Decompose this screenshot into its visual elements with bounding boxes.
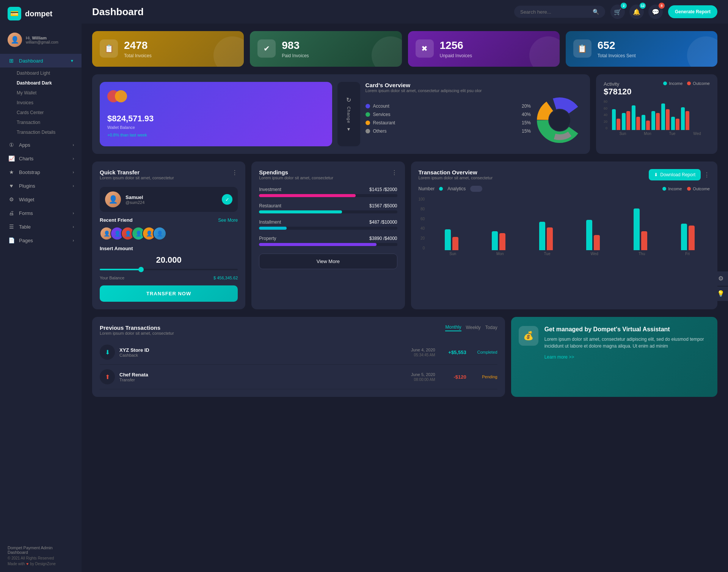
sidebar-item-pages[interactable]: 📄 Pages › (0, 234, 82, 247)
sidebar-item-forms[interactable]: 🖨 Forms › (0, 206, 82, 220)
to-legend: Income Outcome (662, 186, 710, 191)
trans-icon-1: ⬇ (100, 345, 115, 360)
unpaid-invoices-num: 1256 (440, 39, 472, 52)
friend-avatar-6[interactable]: 👤 (153, 227, 166, 240)
contact-row[interactable]: 👤 Samuel @sum224 ✓ (100, 187, 238, 212)
chat-badge: 8 (659, 3, 665, 9)
sidebar-label-forms: Forms (19, 210, 33, 216)
qt-desc: Lorem ipsum dolor sit amet, consectetur (100, 176, 174, 180)
paid-invoices-label: Paid Invoices (282, 53, 309, 58)
sidebar-label-apps: Apps (19, 142, 30, 148)
filter-toggle[interactable] (470, 186, 482, 192)
bootstrap-icon: ★ (8, 169, 15, 175)
avatar: 👤 (8, 33, 22, 47)
spendings-dots-menu[interactable]: ⋮ (391, 169, 397, 176)
sub-invoices[interactable]: Invoices (17, 98, 82, 108)
table-icon: ☰ (8, 224, 15, 230)
copyright: © 2021 All Rights Reserved (8, 556, 74, 560)
previous-transactions-card: Previous Transactions Lorem ipsum dolor … (92, 317, 505, 397)
tab-monthly[interactable]: Monthly (445, 324, 461, 331)
chat-icon-badge[interactable]: 💬 8 (648, 5, 663, 19)
bell-icon-badge[interactable]: 🔔 12 (629, 5, 644, 19)
to-dots-menu[interactable]: ⋮ (704, 171, 710, 179)
made-with-text: Made with (8, 562, 25, 566)
prev-trans-desc: Lorem ipsum dolor sit amet, consectetur (100, 331, 174, 335)
number-label: Number (419, 186, 435, 191)
page-title: Dashboard (92, 6, 144, 18)
search-input[interactable] (520, 9, 590, 15)
virtual-assistant-card: 💰 Get managed by Dompet's Virtual Assist… (511, 317, 717, 397)
sidebar-item-widget[interactable]: ⚙ Widget (0, 193, 82, 206)
transfer-now-button[interactable]: TRANSFER NOW (100, 285, 238, 302)
pages-icon: 📄 (8, 237, 15, 243)
nav-section: ⊞ Dashboard ▼ Dashboard Light Dashboard … (0, 52, 82, 249)
float-settings-button[interactable]: ⚙ (714, 271, 728, 286)
user-name: William (32, 36, 47, 40)
avatars-row: 👤 👤 👤 👤 👤 👤 (100, 227, 238, 240)
tab-weekly[interactable]: Weekly (466, 325, 481, 331)
download-btn-label: Download Report (660, 172, 695, 177)
trans-icon-2: ⬆ (100, 369, 115, 384)
download-report-button[interactable]: ⬇ Download Report (649, 169, 701, 180)
sub-transaction[interactable]: Transaction (17, 118, 82, 127)
sidebar-label-widget: Widget (19, 197, 34, 202)
bottom-row: Quick Transfer Lorem ipsum dolor sit ame… (92, 161, 717, 309)
va-learn-more-link[interactable]: Learn more >> (544, 354, 574, 360)
sidebar-item-apps[interactable]: ① Apps › (0, 138, 82, 152)
bell-badge: 12 (640, 3, 646, 9)
sub-my-wallet[interactable]: My Wallet (17, 88, 82, 98)
change-button[interactable]: ↻ Change ▼ (337, 82, 360, 146)
logo-icon: 💳 (8, 7, 21, 20)
sidebar-item-charts[interactable]: 📈 Charts › (0, 152, 82, 165)
va-title: Get managed by Dompet's Virtual Assistan… (544, 326, 710, 333)
sidebar-label-charts: Charts (19, 156, 33, 161)
refresh-icon: ↻ (346, 96, 351, 103)
sidebar-label-plugins: Plugins (19, 183, 35, 189)
activity-legend: Income Outcome (663, 81, 710, 86)
amount-slider[interactable] (100, 269, 238, 270)
sub-cards-center[interactable]: Cards Center (17, 108, 82, 118)
stats-row: 📋 2478 Total Invoices ✔ 983 Paid Invoice… (92, 31, 717, 67)
chevron-right-icon6: › (73, 225, 74, 229)
sidebar-item-dashboard[interactable]: ⊞ Dashboard ▼ (0, 54, 82, 67)
sidebar-item-plugins[interactable]: ♥ Plugins › (0, 179, 82, 193)
prev-tabs: Monthly Weekly Today (445, 324, 497, 331)
sub-dashboard-light[interactable]: Dashboard Light (17, 68, 82, 78)
qt-dots-menu[interactable]: ⋮ (232, 169, 238, 176)
sub-transaction-details[interactable]: Transaction Details (17, 127, 82, 137)
float-theme-button[interactable]: 💡 (714, 287, 728, 301)
tab-today[interactable]: Today (485, 325, 497, 331)
search-box[interactable]: 🔍 (514, 6, 605, 18)
chevron-right-icon2: › (73, 157, 74, 161)
down-arrow-icon: ▼ (347, 127, 351, 132)
dashboard-icon: ⊞ (8, 58, 15, 64)
by-text: by DesignZone (30, 562, 56, 566)
stat-card-total-invoices: 📋 2478 Total Invoices (92, 31, 244, 67)
spendings-desc: Lorem ipsum dolor sit amet, consectetur (259, 176, 333, 180)
wallet-card: $824,571.93 Wallet Balance +0.8% than la… (100, 82, 332, 146)
contact-name: Samuel (126, 194, 144, 200)
y-axis: 80 60 40 20 0 (604, 100, 609, 130)
charts-icon: 📈 (8, 155, 15, 161)
insert-label: Insert Amount (100, 246, 238, 251)
trans-row-1: ⬇ XYZ Store ID Cashback June 4, 2020 05:… (100, 340, 497, 365)
cart-icon-badge[interactable]: 🛒 2 (610, 5, 625, 19)
to-income-label: Income (668, 186, 682, 191)
see-all-link[interactable]: See More (218, 218, 238, 223)
chevron-right-icon3: › (73, 170, 74, 174)
sub-dashboard-dark[interactable]: Dashboard Dark (17, 78, 82, 88)
sidebar-item-bootstrap[interactable]: ★ Bootstrap › (0, 165, 82, 179)
paid-invoices-icon: ✔ (257, 39, 276, 58)
balance-label: Your Balance (100, 276, 124, 280)
generate-report-button[interactable]: Generate Report (668, 5, 717, 18)
sidebar-label-dashboard: Dashboard (19, 58, 43, 64)
wallet-balance-label: Wallet Balance (107, 125, 325, 130)
sidebar-item-table[interactable]: ☰ Table › (0, 220, 82, 234)
check-icon: ✓ (222, 194, 232, 205)
bar-chart-labels: Sun Mon Tue Wed (610, 130, 710, 137)
stat-card-total-sent: 📋 652 Total Invoices Sent (566, 31, 717, 67)
recent-label: Recent Friend (100, 217, 133, 223)
topbar: Dashboard 🔍 🛒 2 🔔 12 💬 8 Generate Report (82, 0, 728, 24)
paid-invoices-num: 983 (282, 39, 309, 52)
view-more-button[interactable]: View More (259, 254, 397, 269)
